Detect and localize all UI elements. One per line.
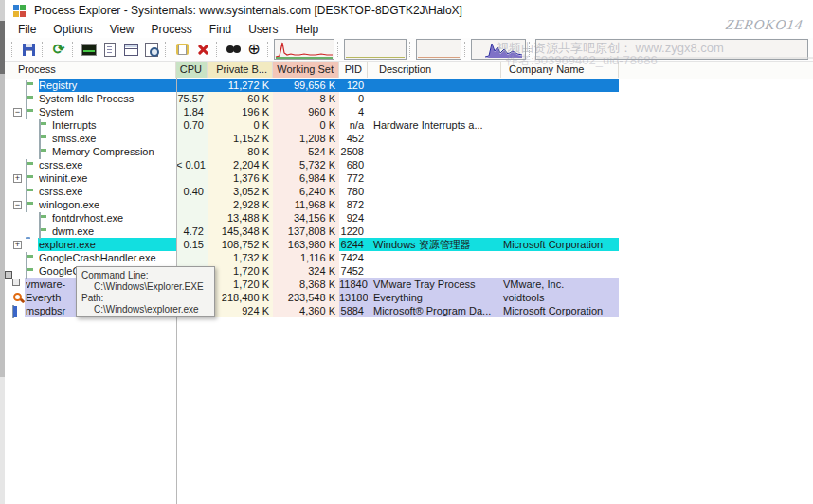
- process-icon-generic: [26, 172, 27, 186]
- process-name: System: [39, 105, 175, 118]
- process-name: explorer.exe: [39, 238, 175, 251]
- cell-priv: 1,720 K: [208, 264, 273, 278]
- process-row[interactable]: smss.exe1,152 K1,208 K452: [5, 132, 813, 145]
- column-header-cpu[interactable]: CPU: [176, 62, 208, 78]
- column-header-ws[interactable]: Working Set: [273, 62, 339, 78]
- view-dlls-icon: [145, 43, 158, 57]
- process-row[interactable]: csrss.exe0.403,052 K6,240 K780: [5, 185, 813, 198]
- process-row[interactable]: −System1.84196 K960 K4: [5, 105, 813, 118]
- process-icon-generic: [39, 146, 41, 159]
- cell-company: [501, 79, 619, 92]
- app-icon[interactable]: [13, 4, 27, 17]
- cell-pid: 13180: [339, 291, 368, 304]
- cell-priv: 1,720 K: [208, 278, 273, 291]
- refresh-button[interactable]: [48, 40, 69, 59]
- cell-ws: 0 K: [273, 118, 339, 132]
- process-name: Interrupts: [52, 118, 175, 132]
- cell-ws: 324 K: [273, 264, 339, 278]
- properties-button[interactable]: [172, 40, 192, 59]
- system-information-button[interactable]: [79, 40, 99, 59]
- process-name: fontdrvhost.exe: [52, 211, 175, 225]
- cell-company: [501, 132, 619, 145]
- expand-toggle[interactable]: +: [13, 241, 22, 249]
- cell-pid: 924: [339, 211, 368, 225]
- cell-priv: 108,752 K: [208, 238, 273, 251]
- cell-company: [501, 264, 619, 278]
- cell-ws: 8,368 K: [273, 278, 339, 291]
- process-row[interactable]: dwm.exe4.72145,348 K137,808 K1220: [5, 225, 813, 238]
- menu-process[interactable]: Process: [143, 22, 201, 37]
- collapse-toggle[interactable]: −: [13, 108, 22, 117]
- show-handles-button[interactable]: [99, 40, 120, 59]
- cell-cpu: 0.40: [176, 185, 208, 198]
- process-icon-generic: [26, 186, 27, 199]
- process-row[interactable]: Registry11,272 K99,656 K120: [5, 79, 813, 92]
- cell-pid: 680: [339, 158, 368, 171]
- menu-view[interactable]: View: [101, 22, 143, 37]
- cpu-usage-graph[interactable]: [274, 39, 334, 60]
- save-button[interactable]: [18, 40, 39, 59]
- cell-ws: 6,240 K: [273, 185, 339, 198]
- show-lower-pane-button[interactable]: [120, 40, 141, 59]
- cell-cpu: 1.84: [176, 105, 208, 118]
- process-tooltip: Command Line:C:\Windows\Explorer.EXEPath…: [76, 266, 215, 317]
- toolbar: [5, 38, 813, 61]
- menu-help[interactable]: Help: [287, 22, 328, 37]
- process-icon-generic: [39, 225, 41, 239]
- cell-cpu: 75.57: [176, 92, 208, 105]
- commit-graph[interactable]: [344, 39, 406, 60]
- expand-toggle[interactable]: +: [13, 174, 22, 183]
- process-row[interactable]: Memory Compression80 K524 K2508: [5, 145, 813, 158]
- process-icon-generic: [26, 93, 27, 106]
- process-icon-generic: [26, 159, 27, 172]
- cell-priv: 2,204 K: [208, 158, 273, 171]
- cell-cpu: [176, 132, 208, 145]
- cell-company: [501, 185, 619, 198]
- toolbar-separator: [216, 42, 220, 57]
- process-icon-generic: [26, 252, 27, 265]
- process-row[interactable]: fontdrvhost.exe13,488 K34,156 K924: [5, 211, 813, 225]
- collapse-toggle[interactable]: −: [13, 201, 22, 209]
- process-row[interactable]: Interrupts0.700 K0 Kn/aHardware Interrup…: [5, 118, 813, 132]
- cell-pid: n/a: [339, 118, 368, 132]
- cell-company: [501, 105, 619, 118]
- process-row[interactable]: +wininit.exe1,376 K6,984 K772: [5, 171, 813, 185]
- column-header-desc[interactable]: Description: [371, 62, 501, 78]
- gpu-graph[interactable]: [535, 39, 808, 60]
- process-row[interactable]: csrss.exe< 0.012,204 K5,732 K680: [5, 158, 813, 171]
- process-row[interactable]: System Idle Process75.5760 K8 K0: [5, 92, 813, 105]
- process-row[interactable]: −winlogon.exe2,928 K11,968 K872: [5, 198, 813, 211]
- process-row[interactable]: GoogleCrashHandler.exe1,732 K1,116 K7424: [5, 251, 813, 264]
- cell-cpu: [176, 171, 208, 185]
- cell-ws: 5,732 K: [273, 158, 339, 171]
- kill-process-icon: [197, 44, 209, 56]
- cell-priv: 1,376 K: [208, 171, 273, 185]
- cell-company: [501, 158, 619, 171]
- process-icon-generic: [26, 265, 27, 279]
- menu-users[interactable]: Users: [240, 22, 286, 37]
- cell-ws: 4,360 K: [273, 304, 339, 317]
- window-title: Process Explorer - Sysinternals: www.sys…: [34, 4, 462, 17]
- kill-process-button[interactable]: [192, 40, 213, 59]
- process-name: Memory Compression: [52, 145, 175, 158]
- menu-bar: FileOptionsViewProcessFindUsersHelp: [5, 21, 813, 38]
- physical-memory-graph[interactable]: [416, 39, 461, 60]
- process-name: smss.exe: [52, 132, 175, 145]
- menu-find[interactable]: Find: [201, 22, 240, 37]
- column-header-company[interactable]: Company Name: [501, 62, 619, 78]
- column-header-name[interactable]: Process: [10, 62, 176, 78]
- column-header-priv[interactable]: Private B...: [208, 62, 273, 78]
- find-handle-button[interactable]: [223, 40, 244, 59]
- menu-options[interactable]: Options: [45, 22, 100, 37]
- cell-company: [501, 118, 619, 132]
- view-dlls-button[interactable]: [141, 40, 162, 59]
- cell-cpu: [176, 79, 208, 92]
- io-graph[interactable]: [471, 39, 526, 60]
- toolbar-separator: [529, 42, 533, 57]
- cell-pid: 772: [339, 171, 368, 185]
- process-row[interactable]: +explorer.exe0.15108,752 K163,980 K6244W…: [5, 238, 813, 251]
- column-header-pid[interactable]: PID: [339, 62, 368, 78]
- menu-file[interactable]: File: [9, 22, 45, 37]
- find-window-process-button[interactable]: [244, 40, 264, 59]
- cell-ws: 1,208 K: [273, 132, 339, 145]
